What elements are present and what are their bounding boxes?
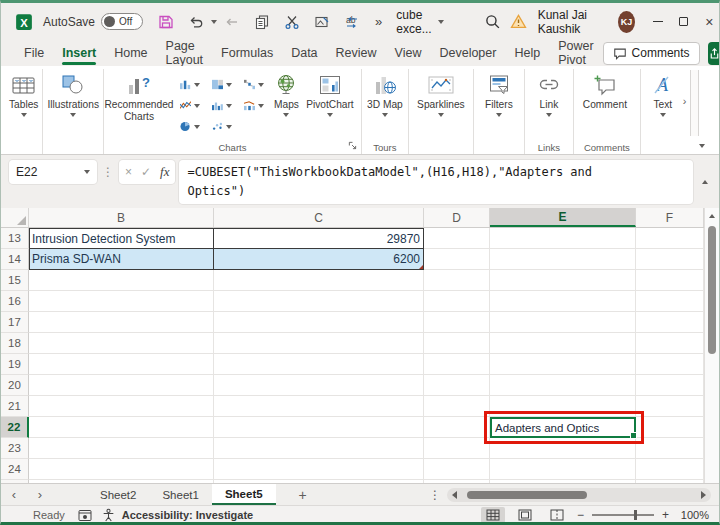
cell[interactable] [490, 228, 636, 249]
horizontal-scrollbar[interactable] [447, 488, 711, 502]
sheet-more-icon[interactable]: ⋮ [423, 484, 447, 505]
cell[interactable] [214, 270, 424, 291]
tab-data[interactable]: Data [282, 40, 326, 66]
row-header[interactable]: 21 [1, 396, 29, 417]
cell[interactable] [29, 333, 214, 354]
macro-record-icon[interactable] [75, 509, 95, 522]
cell[interactable] [490, 333, 636, 354]
tab-page-layout[interactable]: Page Layout [157, 40, 213, 66]
add-sheet-button[interactable]: + [290, 484, 316, 505]
row-header[interactable]: 24 [1, 459, 29, 480]
scroll-up-icon[interactable] [709, 214, 715, 218]
text-button[interactable]: A Text [643, 69, 683, 117]
comments-button[interactable]: Comments [603, 42, 700, 65]
vertical-scrollbar[interactable] [704, 208, 719, 483]
zoom-level[interactable]: 100% [677, 509, 709, 521]
column-header-b[interactable]: B [29, 208, 214, 227]
pivotchart-button[interactable]: PivotChart [301, 69, 359, 117]
cell[interactable] [490, 396, 636, 417]
toolbar-overflow-icon[interactable]: » [375, 14, 382, 29]
column-chart-button[interactable] [174, 74, 206, 95]
sheet-next-icon[interactable]: › [27, 484, 53, 505]
sheet-tab-sheet2[interactable]: Sheet2 [87, 484, 149, 505]
accessibility-status[interactable]: Accessibility: Investigate [122, 509, 253, 521]
cell[interactable] [636, 375, 704, 396]
user-name[interactable]: Kunal Jai Kaushik [538, 8, 610, 36]
cancel-icon[interactable]: × [125, 165, 132, 179]
ribbon-scrollbar[interactable] [690, 70, 699, 136]
active-cell-e22[interactable]: Adapters and Optics [490, 417, 636, 438]
cell[interactable] [490, 375, 636, 396]
recommended-charts-button[interactable]: ? Recommended Charts [106, 69, 172, 122]
illustrations-button[interactable]: Illustrations [45, 69, 101, 117]
collapse-formula-bar-button[interactable] [697, 160, 713, 204]
dialog-launcher-icon[interactable] [348, 141, 357, 152]
tab-help[interactable]: Help [505, 40, 549, 66]
zoom-out-button[interactable]: − [577, 508, 584, 522]
sparklines-button[interactable]: Sparklines [411, 69, 471, 117]
cell[interactable] [636, 459, 704, 480]
cell[interactable] [490, 291, 636, 312]
comment-button[interactable]: Comment [576, 69, 634, 111]
edit-picture-icon[interactable] [309, 10, 335, 34]
row-header[interactable]: 17 [1, 312, 29, 333]
autosave-toggle[interactable]: Off [101, 13, 143, 30]
cell[interactable] [214, 438, 424, 459]
cell[interactable] [214, 291, 424, 312]
cell[interactable] [490, 438, 636, 459]
scroll-right-icon[interactable] [701, 491, 706, 499]
cell[interactable] [636, 333, 704, 354]
chevron-down-icon[interactable] [211, 20, 217, 24]
histogram-chart-button[interactable] [206, 95, 238, 116]
save-icon[interactable] [153, 10, 179, 34]
cell[interactable] [29, 354, 214, 375]
tab-file[interactable]: File [15, 40, 53, 66]
row-header[interactable]: 14 [1, 249, 29, 270]
tab-formulas[interactable]: Formulas [212, 40, 282, 66]
filters-button[interactable]: Filters [476, 69, 522, 117]
cell[interactable] [29, 459, 214, 480]
cell[interactable] [29, 396, 214, 417]
accessibility-icon[interactable] [99, 508, 119, 522]
cell[interactable] [490, 249, 636, 270]
share-button[interactable] [708, 42, 720, 65]
cell[interactable] [636, 354, 704, 375]
maps-button[interactable]: Maps [272, 69, 301, 117]
cell-c14[interactable]: 6200 [214, 249, 424, 270]
tab-insert[interactable]: Insert [53, 40, 105, 66]
row-header[interactable]: 19 [1, 354, 29, 375]
minimize-button[interactable] [645, 3, 671, 40]
sheet-prev-icon[interactable]: ‹ [1, 484, 27, 505]
cell[interactable] [29, 438, 214, 459]
cell[interactable] [29, 270, 214, 291]
pie-chart-button[interactable] [174, 116, 206, 137]
cell[interactable] [636, 270, 704, 291]
cell[interactable] [29, 291, 214, 312]
cell[interactable] [636, 291, 704, 312]
waterfall-chart-button[interactable] [238, 74, 270, 95]
name-box[interactable]: E22 [9, 160, 97, 184]
row-header[interactable]: 16 [1, 291, 29, 312]
cell[interactable] [214, 312, 424, 333]
combo-chart-button[interactable] [238, 95, 270, 116]
close-button[interactable]: × [696, 3, 720, 40]
ribbon-scroll-right-icon[interactable]: › [683, 95, 687, 107]
cell[interactable] [424, 417, 490, 438]
cell[interactable] [490, 459, 636, 480]
tab-view[interactable]: View [386, 40, 431, 66]
cell[interactable] [29, 417, 214, 438]
undo-icon[interactable] [183, 10, 209, 34]
row-header[interactable]: 20 [1, 375, 29, 396]
tab-home[interactable]: Home [105, 40, 156, 66]
cell[interactable] [214, 417, 424, 438]
cell[interactable] [424, 459, 490, 480]
cell[interactable] [424, 354, 490, 375]
column-header-d[interactable]: D [424, 208, 490, 227]
cell[interactable] [424, 375, 490, 396]
line-chart-button[interactable] [174, 95, 206, 116]
column-header-c[interactable]: C [214, 208, 424, 227]
cell[interactable] [29, 375, 214, 396]
page-layout-view-button[interactable] [513, 507, 537, 523]
cell[interactable] [424, 228, 490, 249]
collapse-ribbon-icon[interactable] [699, 144, 705, 148]
